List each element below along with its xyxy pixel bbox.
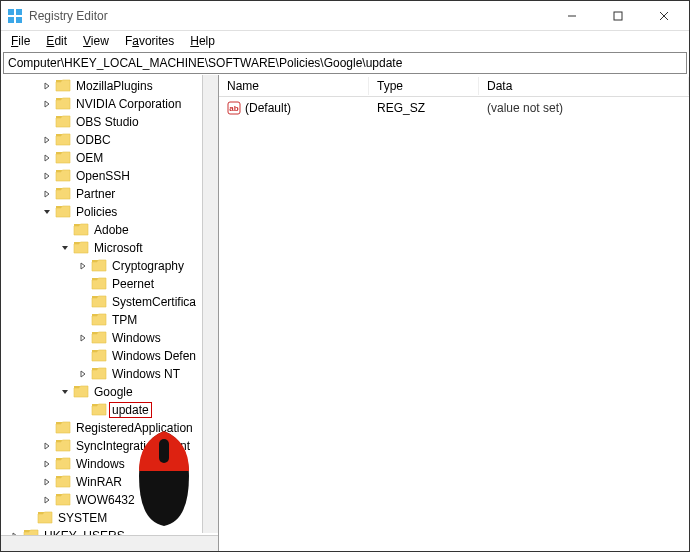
tree-item[interactable]: WOW6432 <box>5 491 218 509</box>
tree-item[interactable]: Adobe <box>5 221 218 239</box>
content-area: MozillaPluginsNVIDIA CorporationOBS Stud… <box>1 75 689 551</box>
folder-icon <box>55 151 71 165</box>
list-cell-name: ab(Default) <box>219 101 369 115</box>
tree-item-label: Adobe <box>92 223 131 237</box>
tree-item[interactable]: Google <box>5 383 218 401</box>
folder-icon <box>91 277 107 291</box>
tree-item[interactable]: OpenSSH <box>5 167 218 185</box>
expand-icon[interactable] <box>41 152 53 164</box>
tree-item[interactable]: SYSTEM <box>5 509 218 527</box>
tree-item[interactable]: Peernet <box>5 275 218 293</box>
maximize-button[interactable] <box>595 1 641 31</box>
tree-item-label: Cryptography <box>110 259 186 273</box>
folder-icon <box>73 223 89 237</box>
tree-horizontal-scrollbar[interactable] <box>1 535 218 551</box>
tree-item[interactable]: OBS Studio <box>5 113 218 131</box>
expand-icon[interactable] <box>77 260 89 272</box>
tree-item[interactable]: Microsoft <box>5 239 218 257</box>
menu-edit[interactable]: Edit <box>40 33 73 49</box>
tree-item-label: OEM <box>74 151 105 165</box>
tree-item[interactable]: Policies <box>5 203 218 221</box>
tree-item[interactable]: update <box>5 401 218 419</box>
list-row[interactable]: ab(Default)REG_SZ(value not set) <box>219 99 689 117</box>
tree-item-label: Partner <box>74 187 117 201</box>
folder-icon <box>55 115 71 129</box>
list-cell-type: REG_SZ <box>369 101 479 115</box>
tree-item-label: TPM <box>110 313 139 327</box>
expand-icon[interactable] <box>41 188 53 200</box>
tree-item[interactable]: RegisteredApplication <box>5 419 218 437</box>
tree-item[interactable]: Windows <box>5 455 218 473</box>
tree-pane[interactable]: MozillaPluginsNVIDIA CorporationOBS Stud… <box>1 75 219 551</box>
expand-icon[interactable] <box>41 80 53 92</box>
menubar: File Edit View Favorites Help <box>1 31 689 51</box>
regedit-icon <box>7 8 23 24</box>
expand-icon[interactable] <box>77 368 89 380</box>
tree-item[interactable]: WinRAR <box>5 473 218 491</box>
tree-item[interactable]: Windows Defen <box>5 347 218 365</box>
menu-file[interactable]: File <box>5 33 36 49</box>
tree-item[interactable]: SystemCertifica <box>5 293 218 311</box>
expand-icon[interactable] <box>41 170 53 182</box>
column-header-name[interactable]: Name <box>219 77 369 95</box>
tree-item-label: Windows NT <box>110 367 182 381</box>
tree-item-label: Peernet <box>110 277 156 291</box>
tree-item[interactable]: Partner <box>5 185 218 203</box>
tree-item[interactable]: NVIDIA Corporation <box>5 95 218 113</box>
folder-icon <box>55 457 71 471</box>
list-pane[interactable]: Name Type Data ab(Default)REG_SZ(value n… <box>219 75 689 551</box>
column-header-type[interactable]: Type <box>369 77 479 95</box>
window-title: Registry Editor <box>29 9 549 23</box>
folder-icon <box>55 79 71 93</box>
menu-favorites[interactable]: Favorites <box>119 33 180 49</box>
folder-icon <box>91 313 107 327</box>
tree-item-label: Windows <box>74 457 127 471</box>
collapse-icon[interactable] <box>59 386 71 398</box>
svg-rect-2 <box>8 17 14 23</box>
tree-vertical-scrollbar[interactable] <box>202 75 218 533</box>
expand-icon[interactable] <box>77 332 89 344</box>
minimize-button[interactable] <box>549 1 595 31</box>
expand-icon[interactable] <box>41 98 53 110</box>
folder-icon <box>37 511 53 525</box>
svg-rect-3 <box>16 17 22 23</box>
folder-icon <box>91 331 107 345</box>
collapse-icon[interactable] <box>59 242 71 254</box>
tree-item-label: OBS Studio <box>74 115 141 129</box>
folder-icon <box>55 421 71 435</box>
column-header-data[interactable]: Data <box>479 77 689 95</box>
tree-item-label: OpenSSH <box>74 169 132 183</box>
tree-item[interactable]: Windows NT <box>5 365 218 383</box>
titlebar: Registry Editor <box>1 1 689 31</box>
expand-icon[interactable] <box>41 494 53 506</box>
folder-icon <box>91 349 107 363</box>
expand-icon[interactable] <box>41 476 53 488</box>
folder-icon <box>55 97 71 111</box>
menu-help[interactable]: Help <box>184 33 221 49</box>
collapse-icon[interactable] <box>41 206 53 218</box>
folder-icon <box>91 367 107 381</box>
tree-item-label: MozillaPlugins <box>74 79 155 93</box>
menu-view[interactable]: View <box>77 33 115 49</box>
address-bar[interactable]: Computer\HKEY_LOCAL_MACHINE\SOFTWARE\Pol… <box>3 52 687 74</box>
folder-icon <box>91 403 107 417</box>
expand-icon[interactable] <box>41 458 53 470</box>
tree-item[interactable]: MozillaPlugins <box>5 77 218 95</box>
folder-icon <box>73 241 89 255</box>
close-button[interactable] <box>641 1 687 31</box>
list-header: Name Type Data <box>219 75 689 97</box>
tree-item[interactable]: ODBC <box>5 131 218 149</box>
expand-icon[interactable] <box>41 134 53 146</box>
tree-item[interactable]: TPM <box>5 311 218 329</box>
svg-text:ab: ab <box>229 104 238 113</box>
expand-icon[interactable] <box>41 440 53 452</box>
tree-item[interactable]: OEM <box>5 149 218 167</box>
tree-item[interactable]: SyncIntegrationClient <box>5 437 218 455</box>
folder-icon <box>91 259 107 273</box>
tree-item-label: WinRAR <box>74 475 124 489</box>
tree-item-label: RegisteredApplication <box>74 421 195 435</box>
tree-item-label: SyncIntegrationClient <box>74 439 192 453</box>
tree-item[interactable]: Cryptography <box>5 257 218 275</box>
tree-item[interactable]: Windows <box>5 329 218 347</box>
svg-rect-5 <box>614 12 622 20</box>
